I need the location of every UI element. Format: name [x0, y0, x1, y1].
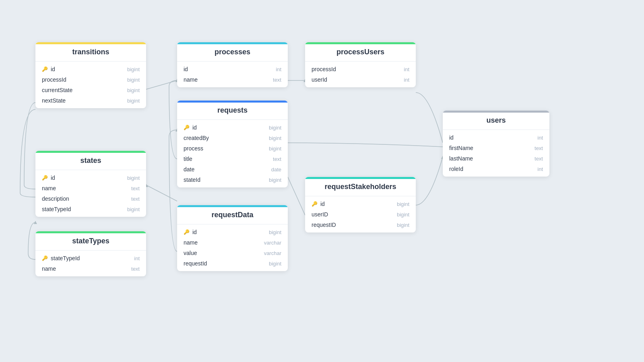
svg-marker-10: [34, 221, 37, 224]
table-users-header: users: [443, 111, 549, 130]
table-row: processId int: [305, 64, 416, 74]
table-users-body: id int firstName text lastName text role…: [443, 130, 549, 177]
table-states-header: states: [35, 151, 146, 170]
table-row: 🔑id bigint: [177, 227, 288, 237]
table-processes-body: id int name text: [177, 62, 288, 87]
table-requestdata-header: requestData: [177, 205, 288, 224]
key-icon: 🔑: [312, 201, 318, 207]
table-row: date date: [177, 164, 288, 175]
table-requeststakeholders-header: requestStakeholders: [305, 177, 416, 196]
table-row: 🔑id bigint: [35, 64, 146, 74]
table-transitions-body: 🔑id bigint processId bigint currentState…: [35, 62, 146, 108]
svg-line-0: [146, 80, 177, 89]
key-icon: 🔑: [42, 66, 48, 72]
table-row: requestId bigint: [177, 258, 288, 269]
table-requestdata-body: 🔑id bigint name varchar value varchar re…: [177, 224, 288, 271]
table-row: lastName text: [443, 153, 549, 164]
table-row: processId bigint: [35, 74, 146, 85]
table-processes: processes id int name text: [177, 42, 288, 87]
table-users: users id int firstName text lastName tex…: [443, 111, 549, 177]
table-row: id int: [177, 64, 288, 74]
table-processusers-body: processId int userId int: [305, 62, 416, 87]
table-row: nextState bigint: [35, 95, 146, 106]
table-row: 🔑id bigint: [35, 173, 146, 183]
table-states: states 🔑id bigint name text description …: [35, 151, 146, 217]
table-row: userId int: [305, 74, 416, 85]
table-processusers-header: processUsers: [305, 42, 416, 62]
key-icon: 🔑: [184, 229, 190, 235]
table-row: id int: [443, 132, 549, 143]
table-requests-header: requests: [177, 101, 288, 120]
table-row: 🔑stateTypeId int: [35, 253, 146, 263]
table-statetypes: stateTypes 🔑stateTypeId int name text: [35, 231, 146, 276]
table-statetypes-header: stateTypes: [35, 231, 146, 251]
table-row: name text: [177, 74, 288, 85]
table-requests: requests 🔑id bigint createdBy bigint pro…: [177, 101, 288, 187]
diagram-container: transitions 🔑id bigint processId bigint …: [0, 0, 644, 362]
table-row: stateId bigint: [177, 175, 288, 185]
table-row: roleId int: [443, 164, 549, 174]
table-row: value varchar: [177, 248, 288, 258]
table-row: stateTypeId bigint: [35, 204, 146, 214]
table-row: userID bigint: [305, 209, 416, 220]
table-states-body: 🔑id bigint name text description text st…: [35, 170, 146, 217]
table-row: process bigint: [177, 143, 288, 154]
svg-line-5: [146, 185, 177, 201]
key-icon: 🔑: [42, 255, 48, 261]
svg-line-9: [288, 177, 305, 215]
table-row: description text: [35, 193, 146, 204]
table-row: 🔑id bigint: [305, 199, 416, 209]
table-processes-header: processes: [177, 42, 288, 62]
key-icon: 🔑: [42, 175, 48, 181]
table-transitions: transitions 🔑id bigint processId bigint …: [35, 42, 146, 108]
table-row: title text: [177, 154, 288, 164]
table-row: 🔑id bigint: [177, 122, 288, 133]
table-row: name text: [35, 263, 146, 274]
table-requests-body: 🔑id bigint createdBy bigint process bigi…: [177, 120, 288, 187]
table-requeststakeholders-body: 🔑id bigint userID bigint requestID bigin…: [305, 196, 416, 232]
table-row: firstName text: [443, 143, 549, 153]
table-requestdata: requestData 🔑id bigint name varchar valu…: [177, 205, 288, 271]
key-icon: 🔑: [184, 125, 190, 130]
table-row: name varchar: [177, 237, 288, 248]
table-row: createdBy bigint: [177, 133, 288, 143]
table-row: currentState bigint: [35, 85, 146, 95]
table-requeststakeholders: requestStakeholders 🔑id bigint userID bi…: [305, 177, 416, 232]
table-row: requestID bigint: [305, 220, 416, 230]
table-row: name text: [35, 183, 146, 193]
table-transitions-header: transitions: [35, 42, 146, 62]
table-statetypes-body: 🔑stateTypeId int name text: [35, 251, 146, 276]
table-processusers: processUsers processId int userId int: [305, 42, 416, 87]
